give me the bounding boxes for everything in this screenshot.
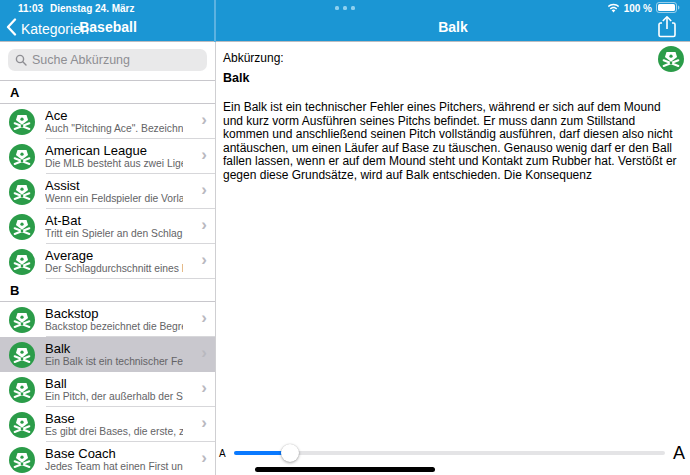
list-item-assist[interactable]: AssistWenn ein Feldspieler die Vorlage d… <box>0 174 215 209</box>
list-item-texts: AverageDer Schlagdurchschnitt eines Batt… <box>45 248 183 275</box>
baseball-badge-icon <box>9 307 35 333</box>
list-item-title: Base <box>45 411 183 426</box>
font-small-label: A <box>219 448 226 459</box>
chevron-right-icon: › <box>201 413 207 433</box>
section-header-a: A <box>0 81 215 104</box>
baseball-badge-icon <box>9 144 35 170</box>
list-item-title: Ace <box>45 108 183 123</box>
baseball-badge-icon <box>9 214 35 240</box>
list-item-texts: American LeagueDie MLB besteht aus zwei … <box>45 143 183 170</box>
list-item-title: Average <box>45 248 183 263</box>
list-item-ace[interactable]: AceAuch "Pitching Ace". Bezeichnet den b… <box>0 104 215 139</box>
chevron-right-icon: › <box>201 250 207 270</box>
list-item-title: Base Coach <box>45 446 183 461</box>
home-indicator[interactable] <box>255 467 435 472</box>
search-bar-container: Suche Abkürzung <box>0 42 215 81</box>
list-item-title: Balk <box>45 341 183 356</box>
baseball-badge-icon <box>9 377 35 403</box>
list-item-base[interactable]: BaseEs gibt drei Bases, die erste, zweit… <box>0 407 215 442</box>
wifi-icon <box>607 3 620 15</box>
slider-thumb[interactable] <box>281 444 299 462</box>
list-item-title: American League <box>45 143 183 158</box>
battery-icon <box>656 2 680 15</box>
search-placeholder: Suche Abkürzung <box>32 53 130 67</box>
master-title: Baseball <box>0 19 216 35</box>
list-item-balk[interactable]: BalkEin Balk ist ein technischer Fehler … <box>0 337 215 372</box>
term-heading: Balk <box>223 71 249 85</box>
list-item-texts: BalkEin Balk ist ein technischer Fehler … <box>45 341 183 368</box>
status-bar: 11:03 Dienstag 24. März 100 % <box>0 2 690 16</box>
list-item-title: Ball <box>45 376 183 391</box>
term-definition: Ein Balk ist ein technischer Fehler eine… <box>223 101 679 182</box>
battery-percent: 100 % <box>624 3 652 14</box>
font-size-slider-row: A A <box>219 442 685 464</box>
chevron-right-icon: › <box>201 378 207 398</box>
list-item-texts: At-BatTritt ein Spieler an den Schlag un… <box>45 213 183 240</box>
search-input[interactable]: Suche Abkürzung <box>8 49 207 71</box>
app-screen: 11:03 Dienstag 24. März 100 % Kategorien <box>0 0 690 475</box>
baseball-badge-icon <box>9 412 35 438</box>
nav-bar: Kategorien Baseball Balk <box>0 16 690 42</box>
chevron-right-icon: › <box>201 215 207 235</box>
list-item-subtitle: Jedes Team hat einen First und einen Thi… <box>45 461 183 473</box>
split-view: Suche Abkürzung AAceAuch "Pitching Ace".… <box>0 42 690 475</box>
share-button[interactable] <box>656 15 678 39</box>
baseball-badge-icon <box>9 342 35 368</box>
list-item-subtitle: Wenn ein Feldspieler die Vorlage dazu li… <box>45 193 183 205</box>
chevron-right-icon: › <box>201 145 207 165</box>
list-item-at-bat[interactable]: At-BatTritt ein Spieler an den Schlag un… <box>0 209 215 244</box>
abbreviation-label: Abkürzung: <box>223 51 284 65</box>
list-item-texts: AssistWenn ein Feldspieler die Vorlage d… <box>45 178 183 205</box>
list-item-backstop[interactable]: BackstopBackstop bezeichnet die Begrenzu… <box>0 302 215 337</box>
chevron-right-icon: › <box>201 180 207 200</box>
status-time: 11:03 <box>18 3 43 14</box>
list-item-average[interactable]: AverageDer Schlagdurchschnitt eines Batt… <box>0 244 215 279</box>
nav-pane-divider <box>214 0 216 42</box>
status-right: 100 % <box>607 2 680 15</box>
list-item-texts: BackstopBackstop bezeichnet die Begrenzu… <box>45 306 183 333</box>
list-item-subtitle: Die MLB besteht aus zwei Ligen, der Amer… <box>45 158 183 170</box>
detail-title: Balk <box>216 19 690 35</box>
baseball-badge-icon <box>9 109 35 135</box>
search-icon <box>15 54 27 66</box>
list-item-subtitle: Es gibt drei Bases, die erste, zweite un… <box>45 426 183 438</box>
list-item-subtitle: Ein Balk ist ein technischer Fehler eine… <box>45 356 183 368</box>
list-item-texts: BaseEs gibt drei Bases, die erste, zweit… <box>45 411 183 438</box>
status-date: Dienstag 24. März <box>50 3 134 14</box>
app-badge-icon <box>658 46 684 72</box>
chevron-right-icon: › <box>201 308 207 328</box>
list-item-base-coach[interactable]: Base CoachJedes Team hat einen First und… <box>0 442 215 475</box>
list-item-subtitle: Tritt ein Spieler an den Schlag und brin… <box>45 228 183 240</box>
term-list: AAceAuch "Pitching Ace". Bezeichnet den … <box>0 81 215 475</box>
detail-pane: Abkürzung: Balk Ein Balk ist ein technis… <box>216 42 690 475</box>
list-item-title: At-Bat <box>45 213 183 228</box>
top-bar: 11:03 Dienstag 24. März 100 % Kategorien <box>0 0 690 42</box>
list-item-subtitle: Auch "Pitching Ace". Bezeichnet den best… <box>45 123 183 135</box>
list-item-american-league[interactable]: American LeagueDie MLB besteht aus zwei … <box>0 139 215 174</box>
section-header-b: B <box>0 279 215 302</box>
baseball-badge-icon <box>9 179 35 205</box>
chevron-right-icon: › <box>201 110 207 130</box>
chevron-right-icon: › <box>201 343 207 363</box>
sidebar: Suche Abkürzung AAceAuch "Pitching Ace".… <box>0 42 216 475</box>
baseball-badge-icon <box>9 447 35 473</box>
multitask-dots-icon[interactable] <box>335 6 355 10</box>
status-left: 11:03 Dienstag 24. März <box>18 3 135 14</box>
font-size-slider[interactable] <box>234 451 665 455</box>
baseball-badge-icon <box>9 249 35 275</box>
list-item-subtitle: Der Schlagdurchschnitt eines Batters. Er… <box>45 263 183 275</box>
list-item-subtitle: Ein Pitch, der außerhalb der Strikezone … <box>45 391 183 403</box>
list-item-title: Backstop <box>45 306 183 321</box>
list-item-title: Assist <box>45 178 183 193</box>
font-large-label: A <box>673 443 685 464</box>
list-item-ball[interactable]: BallEin Pitch, der außerhalb der Strikez… <box>0 372 215 407</box>
chevron-right-icon: › <box>201 448 207 468</box>
list-item-texts: BallEin Pitch, der außerhalb der Strikez… <box>45 376 183 403</box>
list-item-texts: Base CoachJedes Team hat einen First und… <box>45 446 183 473</box>
list-item-texts: AceAuch "Pitching Ace". Bezeichnet den b… <box>45 108 183 135</box>
list-item-subtitle: Backstop bezeichnet die Begrenzung eines… <box>45 321 183 333</box>
